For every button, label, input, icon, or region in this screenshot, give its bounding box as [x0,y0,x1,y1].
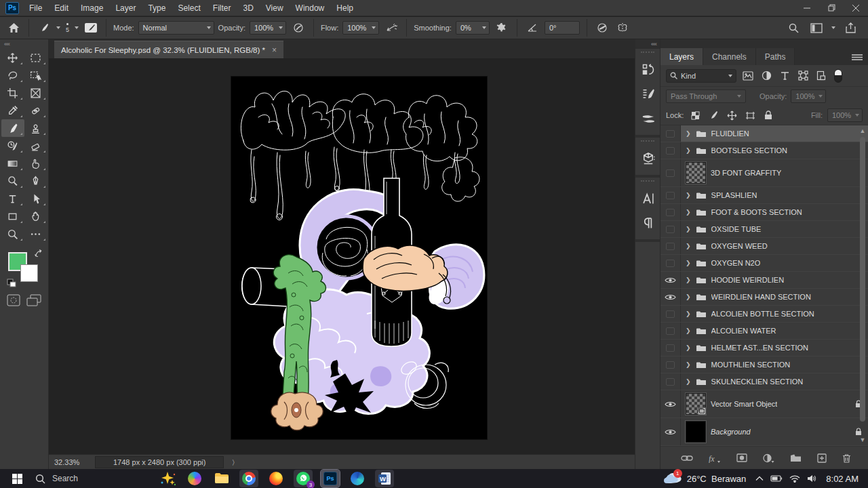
visibility-toggle[interactable] [660,221,681,237]
layer-row-vector-smart-object[interactable]: Vector Smart Object [660,390,868,418]
edge-icon[interactable] [348,470,367,487]
scroll-down-icon[interactable]: ▼ [859,436,867,443]
brush-settings-toggle-icon[interactable] [83,20,99,36]
path-selection-tool[interactable] [24,190,47,207]
chrome-icon[interactable] [239,470,258,487]
link-layers-icon[interactable] [681,455,693,462]
layer-effects-icon[interactable]: fx [709,453,721,463]
menu-image[interactable]: Image [75,0,109,16]
move-tool[interactable] [1,49,24,66]
hand-tool[interactable] [24,207,47,225]
layer-row-splashlien[interactable]: ❯SPLASHLIEN [660,187,868,204]
visibility-toggle[interactable] [660,255,681,271]
wifi-icon[interactable] [789,475,800,483]
layer-row-alcolien-water[interactable]: ❯ALCOLIEN WATER [660,323,868,340]
clone-stamp-tool[interactable] [24,119,47,137]
expand-chevron-icon[interactable]: ❯ [686,226,691,232]
filter-pixel-icon[interactable] [741,69,755,83]
layer-name[interactable]: OXSIDE TUBE [711,225,762,233]
airbrush-icon[interactable] [383,20,399,36]
default-colors-icon[interactable] [7,279,16,287]
visibility-toggle[interactable] [660,238,681,254]
filter-kind-select[interactable]: Kind [666,69,736,83]
zoom-tool[interactable] [1,225,24,243]
expand-chevron-icon[interactable]: ❯ [686,130,691,137]
menu-type[interactable]: Type [142,0,172,16]
layer-row-weirdlien-hand-section[interactable]: ❯WEIRDLIEN HAND SECTION [660,289,868,306]
expand-chevron-icon[interactable]: ❯ [686,243,691,249]
visibility-toggle[interactable] [660,373,681,390]
symmetry-icon[interactable] [614,20,631,36]
menu-select[interactable]: Select [172,0,206,16]
screen-mode-icon[interactable] [26,294,41,306]
expand-chevron-icon[interactable]: ❯ [686,192,691,199]
more-tool[interactable] [24,225,47,243]
tab-paths[interactable]: Paths [756,48,795,65]
hidden-icons-chevron-icon[interactable] [755,476,764,481]
layer-name[interactable]: SKULNECKLIEN SECTION [711,378,804,386]
brush-settings-panel-icon[interactable] [635,82,660,106]
expand-chevron-icon[interactable]: ❯ [686,209,691,216]
word-icon[interactable]: W [375,470,394,487]
scrollbar-thumb[interactable] [860,137,865,422]
adjustment-layer-icon[interactable] [763,453,774,463]
visibility-toggle[interactable] [660,323,681,339]
expand-chevron-icon[interactable]: ❯ [686,147,691,154]
layer-name[interactable]: OXYGEN WEED [711,242,768,250]
layer-row-helmet-ast-en-section[interactable]: ❯HELMET AST...EN SECTION [660,340,868,357]
photoshop-taskbar-icon[interactable]: Ps [321,470,340,487]
battery-icon[interactable] [770,475,783,482]
object-selection-tool[interactable] [24,66,47,84]
home-icon[interactable] [5,20,22,36]
lock-artboard-icon[interactable] [743,108,757,122]
layer-row-3d-font-graffity[interactable]: 3D FONT GRAFFITY [660,159,868,187]
angle-field[interactable]: 0° [545,21,580,35]
expand-chevron-icon[interactable]: ❯ [686,293,691,300]
menu-edit[interactable]: Edit [48,0,75,16]
visibility-toggle[interactable] [660,125,681,142]
expand-chevron-icon[interactable]: ❯ [686,277,691,283]
search-icon[interactable] [785,20,802,36]
flow-field[interactable]: 100% [342,21,379,35]
lock-all-icon[interactable] [762,108,775,122]
paragraph-panel-icon[interactable] [635,211,660,235]
expand-chevron-icon[interactable]: ❯ [686,344,691,351]
share-icon[interactable] [842,20,859,36]
close-button[interactable] [844,0,868,16]
layer-name[interactable]: 3D FONT GRAFFITY [711,169,781,177]
layer-name[interactable]: ALCOLIEN BOTTLE SECTION [711,310,814,318]
filter-adjustment-icon[interactable] [760,69,773,83]
visibility-toggle[interactable] [660,418,681,445]
toolbar-collapse-icon[interactable]: «« [0,39,48,49]
history-panel-icon[interactable] [635,58,660,82]
smudge-tool[interactable] [24,155,47,172]
panel-menu-icon[interactable] [852,54,863,61]
file-explorer-icon[interactable] [212,470,231,487]
brush-size-preview[interactable]: 5 [64,23,71,33]
expand-chevron-icon[interactable]: ❯ [686,327,691,334]
quick-mask-icon[interactable] [7,294,20,306]
layer-name[interactable]: Background [711,428,751,436]
menu-filter[interactable]: Filter [207,0,237,16]
layer-row-oxside-tube[interactable]: ❯OXSIDE TUBE [660,221,868,238]
brush-tool[interactable] [1,119,24,137]
panel-strip-collapse-icon[interactable]: «« [635,39,660,49]
visibility-toggle[interactable] [660,390,681,418]
copilot-icon[interactable] [185,470,204,487]
layer-row-fluidlien[interactable]: ❯FLUIDLIEN [660,125,868,142]
smoothing-gear-icon[interactable] [494,20,510,36]
lock-position-icon[interactable] [725,108,738,122]
new-layer-icon[interactable] [817,453,827,463]
lock-transparency-icon[interactable] [688,108,702,122]
layer-row-skulnecklien-section[interactable]: ❯SKULNECKLIEN SECTION [660,373,868,390]
filter-type-icon[interactable] [778,69,791,83]
history-brush-tool[interactable] [1,137,24,155]
crop-tool[interactable] [1,84,24,102]
fill-field[interactable]: 100% [827,108,863,122]
tab-channels[interactable]: Channels [703,48,756,65]
minimize-button[interactable] [795,0,819,16]
menu-file[interactable]: File [23,0,48,16]
menu-view[interactable]: View [260,0,290,16]
expand-chevron-icon[interactable]: ❯ [686,310,691,317]
layer-name[interactable]: SPLASHLIEN [711,191,757,199]
